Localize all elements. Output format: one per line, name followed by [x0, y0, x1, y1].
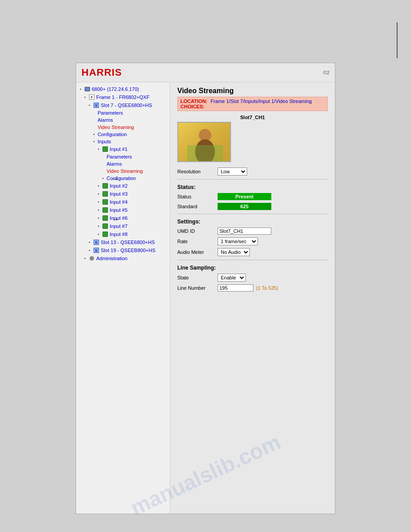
- umd-id-input[interactable]: [218, 227, 271, 235]
- location-bar: LOCATION: Frame 1/Slot 7/Inputs/Input 1/…: [177, 97, 328, 111]
- standard-badge: 625: [218, 203, 271, 210]
- arrow-config: ▪: [93, 132, 98, 137]
- sidebar-item-configuration[interactable]: ▪ Configuration: [76, 131, 170, 138]
- input4-label: Input #4: [110, 199, 128, 205]
- input8-label: Input #8: [110, 232, 128, 237]
- arrow-input4: ▪: [98, 200, 102, 204]
- slot7-icon: S: [93, 102, 99, 108]
- arrow-input3: ▪: [98, 192, 102, 196]
- arrow-root: ▪: [80, 87, 84, 91]
- state-label: State: [177, 275, 218, 280]
- slot19-label: Slot 19 - QSEEB800+HS: [101, 248, 155, 253]
- input5-icon: [102, 207, 108, 213]
- arrow-admin: ▪: [84, 256, 89, 261]
- input3-icon: [102, 191, 108, 197]
- copyright-text: ©2: [323, 70, 330, 75]
- sidebar-item-slot7[interactable]: ▪ S Slot 7 - QSEE6800+HS: [76, 101, 170, 109]
- rate-select[interactable]: 1 frame/sec 2 frame/sec 5 frame/sec 10 f…: [218, 237, 258, 245]
- sidebar-item-slot19[interactable]: ▪ S Slot 19 - QSEEB800+HS: [76, 246, 170, 254]
- sidebar-item-input1-configuration[interactable]: ▪ Configuration: [76, 175, 170, 182]
- umd-id-label: UMD ID: [177, 228, 218, 234]
- sidebar-item-video-streaming-slot[interactable]: Video Streaming: [76, 124, 170, 131]
- input3-label: Input #3: [110, 191, 128, 197]
- input4-icon: [102, 199, 108, 205]
- root-label: 6800+ (172.24.6.170): [92, 86, 139, 92]
- slot7-label: Slot 7 - QSEE6800+HS: [101, 103, 152, 108]
- sidebar-item-parameters[interactable]: Parameters: [76, 109, 170, 116]
- input1-icon: [102, 146, 108, 152]
- body-area: ▪ 6800+ (172.24.6.170) ▪ F Frame 1 - FR6…: [76, 82, 335, 514]
- sidebar-item-input1-alarms[interactable]: Alarms: [76, 160, 170, 167]
- sidebar-item-input7[interactable]: ▪ Input #7: [76, 222, 170, 230]
- slot13-label: Slot 13 - QSEE6800+HS: [101, 240, 155, 245]
- video-frame-svg: [178, 123, 231, 162]
- arrow-input2: ▪: [98, 184, 102, 188]
- input2-icon: [102, 183, 108, 189]
- monitor-icon: [84, 86, 90, 92]
- settings-section-header: Settings:: [177, 219, 328, 225]
- page-container: HARRIS ©2 ▪ 6800+ (172.24.6.170): [0, 0, 411, 532]
- sidebar-item-input5[interactable]: ▪ Input #5: [76, 206, 170, 214]
- resolution-select[interactable]: Low Medium High: [218, 167, 247, 176]
- input6-icon: [102, 215, 108, 221]
- alarms-label: Alarms: [98, 117, 113, 123]
- umd-id-row: UMD ID: [177, 227, 328, 235]
- divider-1: [177, 179, 328, 180]
- sidebar-item-input3[interactable]: ▪ Input #3: [76, 190, 170, 198]
- input1-parameters-label: Parameters: [107, 154, 132, 159]
- content-panel: Video Streaming LOCATION: Frame 1/Slot 7…: [170, 82, 335, 514]
- harris-logo: HARRIS: [81, 67, 122, 78]
- input1-alarms-label: Alarms: [107, 161, 122, 167]
- sidebar-item-input1[interactable]: ▪ Input #1: [76, 145, 170, 153]
- sidebar-item-slot13[interactable]: ▪ S Slot 13 - QSEE6800+HS: [76, 238, 170, 246]
- state-select[interactable]: Enable Disable: [218, 274, 246, 282]
- video-section: Slot7_CH1: [177, 115, 328, 162]
- sidebar-item-input2[interactable]: ▪ Input #2: [76, 182, 170, 190]
- arrow-input8: ▪: [98, 232, 102, 236]
- video-channel-title: Slot7_CH1: [177, 115, 328, 120]
- frame1-label: Frame 1 - FR6802+QXF: [96, 94, 150, 100]
- audio-meter-select[interactable]: No Audio Audio 1 Audio 2: [218, 248, 250, 256]
- slot13-icon: S: [93, 239, 99, 245]
- sidebar-item-input4[interactable]: ▪ Input #4: [76, 198, 170, 206]
- sidebar-item-input1-video-streaming[interactable]: Video Streaming: [76, 167, 170, 175]
- input5-label: Input #5: [110, 207, 128, 213]
- sidebar-item-administration[interactable]: ▪ Administration: [76, 254, 170, 262]
- page-title: Video Streaming: [177, 87, 328, 95]
- status-label: Status: [177, 194, 218, 199]
- input7-icon: [102, 223, 108, 229]
- sidebar-item-input8[interactable]: ▪ Input #8: [76, 230, 170, 238]
- sidebar-item-frame1[interactable]: ▪ F Frame 1 - FR6802+QXF: [76, 93, 170, 101]
- line-number-input[interactable]: [218, 284, 253, 292]
- divider-3: [177, 260, 328, 260]
- audio-meter-label: Audio Meter: [177, 249, 218, 255]
- arrow-input7: ▪: [98, 224, 102, 228]
- slot19-icon: S: [93, 247, 99, 253]
- line-number-row: Line Number (1 To 525): [177, 284, 328, 292]
- sidebar-item-alarms[interactable]: Alarms: [76, 116, 170, 124]
- arrow-input5: ▪: [98, 208, 102, 212]
- sidebar-item-root[interactable]: ▪ 6800+ (172.24.6.170): [76, 85, 170, 93]
- line-number-hint: (1 To 525): [256, 285, 278, 291]
- inputs-label: Inputs: [98, 139, 111, 144]
- sidebar: ▪ 6800+ (172.24.6.170) ▪ F Frame 1 - FR6…: [76, 82, 170, 514]
- sidebar-item-inputs[interactable]: ▪ Inputs: [76, 138, 170, 145]
- status-row: Status Present: [177, 193, 328, 200]
- configuration-label: Configuration: [98, 132, 127, 137]
- sidebar-item-input1-parameters[interactable]: Parameters: [76, 153, 170, 160]
- location-path: Frame 1/Slot 7/Inputs/Input 1/Video Stre…: [210, 99, 312, 104]
- arrow-slot7: ▪: [89, 103, 93, 107]
- video-streaming-slot-label: Video Streaming: [98, 124, 134, 130]
- sidebar-item-input6[interactable]: ▪ Input #6: [76, 214, 170, 222]
- svg-rect-4: [187, 145, 223, 162]
- status-badge: Present: [218, 193, 271, 200]
- divider-2: [177, 214, 328, 214]
- standard-row: Standard 625: [177, 203, 328, 210]
- rate-row: Rate 1 frame/sec 2 frame/sec 5 frame/sec…: [177, 237, 328, 245]
- administration-label: Administration: [96, 256, 128, 261]
- rate-label: Rate: [177, 239, 218, 244]
- arrow-inputs: ▪: [93, 139, 98, 144]
- arrow-slot13: ▪: [89, 240, 93, 245]
- line-sampling-section-header: Line Sampling:: [177, 265, 328, 271]
- input1-label: Input #1: [110, 146, 128, 152]
